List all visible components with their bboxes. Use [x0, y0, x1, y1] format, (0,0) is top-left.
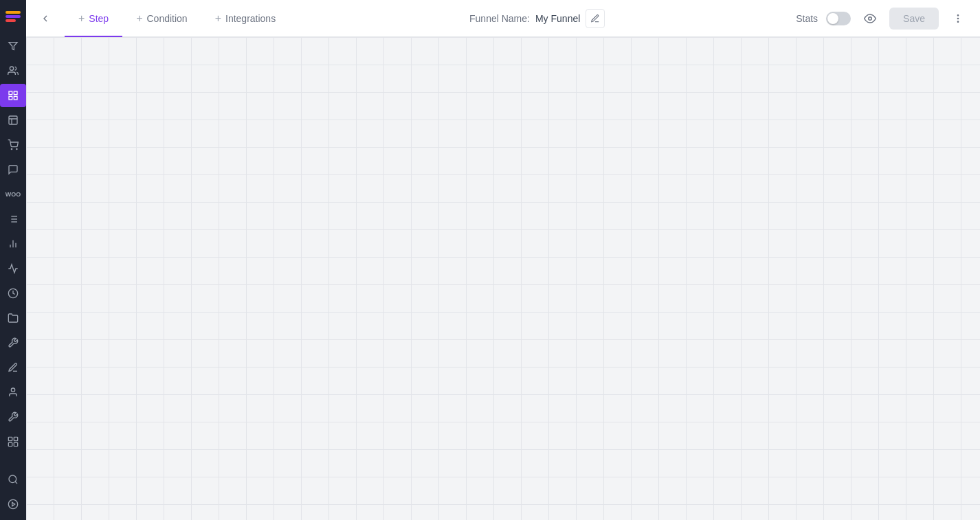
- tab-step[interactable]: + Step: [65, 1, 122, 37]
- svg-marker-26: [12, 502, 15, 506]
- toggle-knob: [827, 13, 838, 24]
- tab-condition-label: Condition: [147, 13, 188, 24]
- svg-point-27: [869, 16, 872, 20]
- more-options-button[interactable]: [947, 8, 969, 30]
- funnel-canvas[interactable]: [26, 37, 980, 520]
- sidebar-item-funnels[interactable]: [0, 34, 26, 58]
- topbar-right: Stats Save: [785, 0, 980, 36]
- topbar: + Step + Condition + Integrations Funnel…: [26, 0, 980, 37]
- tab-condition[interactable]: + Condition: [122, 1, 201, 37]
- tab-integrations-plus-icon: +: [215, 12, 221, 25]
- sidebar-item-orders[interactable]: [0, 133, 26, 157]
- sidebar-item-woo[interactable]: WOO: [0, 183, 26, 206]
- sidebar-item-integrations-nav[interactable]: [0, 430, 26, 453]
- main-content: + Step + Condition + Integrations Funnel…: [26, 0, 980, 520]
- sidebar-item-active[interactable]: [0, 84, 26, 107]
- preview-button[interactable]: [859, 8, 881, 30]
- app-logo[interactable]: [0, 4, 26, 30]
- sidebar-item-analytics[interactable]: [0, 232, 26, 256]
- tab-integrations-label: Integrations: [225, 13, 276, 24]
- funnel-name-value: My Funnel: [535, 13, 580, 24]
- sidebar-item-wrench[interactable]: [0, 405, 26, 429]
- topbar-center: Funnel Name: My Funnel: [289, 0, 785, 36]
- svg-rect-4: [14, 96, 17, 100]
- sidebar-item-folders[interactable]: [0, 306, 26, 330]
- svg-rect-2: [14, 91, 17, 95]
- svg-point-30: [957, 21, 958, 22]
- svg-point-6: [11, 148, 12, 149]
- sidebar-item-media[interactable]: [0, 493, 26, 516]
- svg-rect-20: [14, 437, 17, 440]
- svg-rect-1: [9, 91, 12, 95]
- sidebar-item-templates[interactable]: [0, 109, 26, 132]
- sidebar-item-pen[interactable]: [0, 356, 26, 379]
- tab-step-plus-icon: +: [78, 12, 85, 25]
- svg-line-24: [15, 482, 17, 484]
- tab-integrations[interactable]: + Integrations: [201, 1, 290, 37]
- svg-rect-22: [14, 442, 17, 446]
- sidebar-item-comments[interactable]: [0, 158, 26, 181]
- sidebar-item-contacts[interactable]: [0, 59, 26, 82]
- svg-rect-5: [9, 116, 17, 124]
- stats-label: Stats: [796, 13, 818, 24]
- sidebar-item-broadcast[interactable]: [0, 257, 26, 280]
- sidebar-item-sequences[interactable]: [0, 282, 26, 305]
- tab-condition-plus-icon: +: [136, 12, 142, 25]
- funnel-name-label: Funnel Name:: [469, 13, 530, 24]
- sidebar-item-user[interactable]: [0, 381, 26, 404]
- back-button[interactable]: [34, 8, 56, 30]
- svg-point-25: [8, 499, 17, 508]
- sidebar-item-tools[interactable]: [0, 331, 26, 354]
- svg-point-0: [10, 67, 13, 70]
- svg-point-18: [11, 388, 14, 392]
- svg-rect-21: [8, 442, 12, 446]
- sidebar-item-search-nav[interactable]: [0, 468, 26, 491]
- svg-point-29: [957, 18, 958, 19]
- svg-point-23: [9, 475, 16, 483]
- sidebar: WOO: [0, 0, 26, 520]
- canvas-grid: [26, 37, 980, 520]
- tab-step-label: Step: [89, 13, 109, 24]
- svg-rect-3: [9, 96, 12, 100]
- sidebar-item-list[interactable]: [0, 207, 26, 231]
- svg-rect-19: [8, 437, 12, 440]
- svg-point-28: [957, 14, 958, 15]
- svg-point-7: [16, 148, 17, 149]
- topbar-left: [26, 0, 65, 36]
- save-button[interactable]: Save: [889, 8, 939, 30]
- stats-toggle[interactable]: [826, 12, 851, 25]
- edit-funnel-name-button[interactable]: [586, 9, 605, 28]
- tabs-container: + Step + Condition + Integrations: [65, 0, 289, 36]
